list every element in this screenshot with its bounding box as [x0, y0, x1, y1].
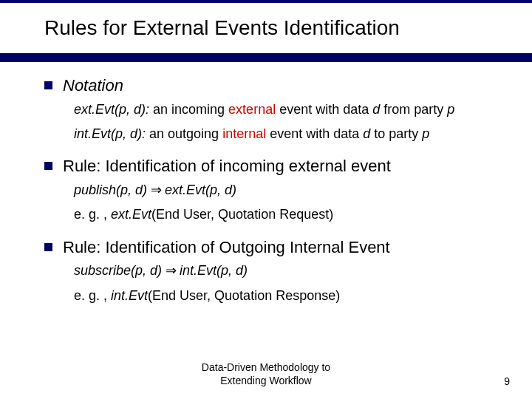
int-t3: to party — [370, 126, 422, 141]
title-band: Rules for External Events Identification — [0, 0, 532, 62]
ext-t1: an incoming — [153, 102, 228, 117]
footer: Data-Driven Methodology to Extending Wor… — [0, 361, 532, 387]
content: Notation ext.Evt(p, d): an incoming exte… — [0, 62, 532, 304]
heading-notation: Notation — [63, 75, 123, 97]
square-bullet-icon — [44, 81, 52, 89]
heading-rule1: Rule: Identification of incoming externa… — [63, 156, 391, 177]
int-t2: event with data — [266, 126, 363, 141]
square-bullet-icon — [44, 243, 52, 251]
ext-d: d — [372, 102, 380, 117]
int-highlight: internal — [222, 126, 266, 141]
rule2-rest: (End User, Quotation Response) — [148, 288, 340, 303]
rule2-eg: e. g. , — [74, 288, 111, 303]
bullet-item-notation: Notation — [44, 75, 502, 97]
rule1-rest: (End User, Quotation Request) — [151, 207, 333, 222]
rule1-rhs: ext.Evt(p, d) — [165, 183, 236, 197]
rule1-ital: ext.Evt — [111, 207, 151, 222]
rule1-lhs: publish(p, d) — [74, 183, 147, 197]
bullet-item-rule2: Rule: Identification of Outgoing Interna… — [44, 237, 502, 259]
square-bullet-icon — [44, 162, 52, 170]
int-p: p — [422, 126, 429, 141]
ext-t2: event with data — [276, 102, 372, 117]
rule1-formula: publish(p, d) ⇒ ext.Evt(p, d) — [74, 182, 502, 199]
notation-int: int.Evt(p, d): an outgoing internal even… — [74, 126, 502, 143]
ext-p: p — [447, 102, 454, 117]
rule1-eg: e. g. , — [74, 207, 111, 222]
implies-icon: ⇒ — [147, 183, 165, 197]
rule2-lhs: subscribe(p, d) — [74, 263, 162, 278]
ext-t3: from party — [380, 102, 447, 117]
page-title: Rules for External Events Identification — [44, 16, 532, 40]
rule2-ital: int.Evt — [111, 288, 148, 303]
implies-icon: ⇒ — [162, 263, 180, 278]
title-inner: Rules for External Events Identification — [0, 3, 532, 53]
bullet-item-rule1: Rule: Identification of incoming externa… — [44, 156, 502, 177]
rule2-rhs: int.Evt(p, d) — [180, 263, 248, 278]
footer-line2: Extending Workflow — [0, 374, 532, 387]
rule2-formula: subscribe(p, d) ⇒ int.Evt(p, d) — [74, 262, 502, 279]
rule1-example: e. g. , ext.Evt(End User, Quotation Requ… — [74, 206, 502, 223]
int-prefix: int.Evt(p, d): — [74, 126, 149, 141]
heading-rule2: Rule: Identification of Outgoing Interna… — [63, 237, 390, 259]
page-number: 9 — [504, 375, 510, 387]
notation-ext: ext.Evt(p, d): an incoming external even… — [74, 101, 502, 118]
footer-line1: Data-Driven Methodology to — [0, 361, 532, 374]
int-t1: an outgoing — [149, 126, 222, 141]
ext-prefix: ext.Evt(p, d): — [74, 102, 153, 117]
int-d: d — [363, 126, 370, 141]
ext-highlight: external — [228, 102, 276, 117]
rule2-example: e. g. , int.Evt(End User, Quotation Resp… — [74, 287, 502, 304]
